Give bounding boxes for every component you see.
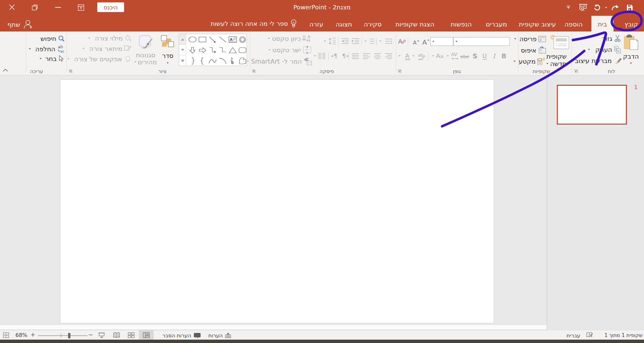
align-left-icon[interactable]: [363, 53, 370, 60]
reset-button[interactable]: איפוס: [521, 47, 546, 54]
smartart-icon[interactable]: [303, 58, 312, 66]
slide-sorter-view-icon[interactable]: [128, 332, 135, 338]
italic-button[interactable]: I: [492, 52, 497, 61]
tab-help[interactable]: עזרה: [310, 15, 323, 31]
tab-transitions[interactable]: מעברים: [484, 15, 509, 31]
text-direction-icon[interactable]: A: [302, 35, 312, 43]
clipboard-dialog-launcher[interactable]: [574, 70, 578, 74]
char-spacing-button[interactable]: AV: [451, 52, 460, 60]
gallery-more[interactable]: [179, 55, 186, 66]
slideshow-view-icon[interactable]: [98, 333, 105, 338]
horizontal-scrollbar[interactable]: [0, 325, 547, 330]
minimize-icon[interactable]: [55, 7, 61, 8]
quick-styles-button[interactable]: סגנונות מהירים: [133, 34, 158, 64]
text-direction-button[interactable]: כיוון טקסט: [268, 36, 301, 42]
undo-dropdown[interactable]: [605, 7, 607, 8]
shape-effects-button[interactable]: אפקטים של צורה: [67, 55, 131, 63]
char-spacing-dropdown[interactable]: [447, 55, 449, 57]
justify-icon[interactable]: [352, 53, 359, 60]
notes-icon[interactable]: [224, 332, 232, 339]
select-button[interactable]: בחר: [40, 55, 64, 62]
start-from-beginning-icon[interactable]: [579, 4, 587, 11]
shape-right-brace[interactable]: [188, 57, 197, 65]
underline-button[interactable]: U: [482, 52, 488, 61]
line-spacing-icon[interactable]: [328, 37, 336, 45]
shape-right-arrow[interactable]: [198, 47, 207, 54]
zoom-level[interactable]: 68%: [15, 332, 28, 338]
shape-line[interactable]: [218, 36, 227, 43]
save-icon[interactable]: [627, 4, 633, 11]
shape-down-arrow[interactable]: [188, 47, 197, 54]
format-painter-button[interactable]: מברשת עיצוב: [575, 57, 622, 64]
rtl-direction-icon[interactable]: ¶: [342, 53, 348, 60]
shape-curve[interactable]: [208, 57, 217, 65]
strikethrough-button[interactable]: abe: [460, 53, 470, 60]
section-button[interactable]: מקטע: [514, 58, 545, 65]
fit-slide-icon[interactable]: [3, 332, 9, 338]
text-shadow-button[interactable]: SS: [472, 52, 478, 61]
decrease-indent-icon[interactable]: [341, 38, 349, 45]
gallery-scroll-down[interactable]: [179, 45, 186, 55]
tab-review[interactable]: סקירה: [363, 15, 382, 31]
share-label[interactable]: שתף: [7, 21, 20, 28]
shape-arc[interactable]: [218, 57, 227, 65]
change-case-dropdown[interactable]: [432, 55, 434, 57]
reading-view-icon[interactable]: [113, 332, 120, 338]
clear-formatting-button[interactable]: A: [398, 38, 406, 45]
spellcheck-icon[interactable]: [586, 332, 593, 339]
shape-ellipse[interactable]: [188, 36, 197, 43]
line-spacing-dropdown[interactable]: [324, 41, 326, 42]
text-highlight-button[interactable]: ab: [418, 52, 426, 60]
tab-insert[interactable]: הוספה: [565, 15, 583, 31]
tab-file[interactable]: קובץ: [620, 15, 643, 31]
shape-scribble[interactable]: [228, 57, 237, 65]
slide-thumbnail-1[interactable]: [557, 85, 627, 125]
bold-button[interactable]: B: [501, 52, 507, 61]
close-icon[interactable]: [9, 4, 15, 10]
paragraph-dialog-launcher[interactable]: [252, 70, 256, 74]
zoom-slider-track[interactable]: [38, 335, 88, 336]
tab-slideshow[interactable]: הצגת שקופיות: [396, 15, 434, 31]
numbering-icon[interactable]: 123: [369, 38, 377, 45]
language-label[interactable]: עברית: [567, 333, 580, 339]
replace-button[interactable]: ab ac החלפה: [29, 45, 65, 53]
align-text-button[interactable]: ישר טקסט: [268, 47, 301, 53]
layout-button[interactable]: פריסה: [514, 35, 546, 43]
font-dialog-launcher[interactable]: [397, 70, 401, 74]
zoom-in-button[interactable]: +: [31, 331, 35, 338]
ribbon-display-options-icon[interactable]: [78, 4, 84, 11]
shape-triangle[interactable]: [228, 47, 237, 54]
align-text-icon[interactable]: [303, 46, 312, 54]
columns-icon[interactable]: [318, 53, 326, 60]
redo-icon[interactable]: [612, 4, 619, 11]
tab-home[interactable]: בית: [591, 16, 613, 31]
tell-me-box[interactable]: ספר לי מה אתה רוצה לעשות: [211, 20, 288, 27]
increase-font-size-button[interactable]: A: [422, 38, 430, 46]
shape-left-brace[interactable]: [198, 57, 207, 65]
tab-animations[interactable]: הנפשות: [449, 15, 474, 31]
tab-design[interactable]: עיצוב שקופית: [519, 15, 556, 31]
gallery-scroll-up[interactable]: [179, 34, 186, 45]
paste-button[interactable]: הדבק: [619, 34, 643, 67]
decrease-font-size-button[interactable]: A: [412, 39, 419, 46]
shape-elbow[interactable]: [218, 47, 227, 54]
align-center-icon[interactable]: [374, 53, 381, 60]
shape-textbox[interactable]: A: [228, 36, 237, 43]
notes-button-label[interactable]: הערות: [208, 333, 223, 339]
restore-window-icon[interactable]: [32, 5, 38, 10]
smartart-button[interactable]: המר ל- SmartArt: [247, 58, 302, 64]
drawing-dialog-launcher[interactable]: [68, 70, 72, 74]
ltr-direction-icon[interactable]: ¶: [331, 53, 338, 60]
comments-bubble-icon[interactable]: [194, 333, 201, 339]
font-size-combo[interactable]: [430, 37, 453, 46]
cut-button[interactable]: גזור: [602, 35, 621, 42]
shape-elbow-arrow[interactable]: [208, 47, 217, 54]
numbering-dropdown[interactable]: [365, 41, 367, 42]
shape-donut[interactable]: [238, 36, 247, 43]
bullets-dropdown[interactable]: [379, 41, 381, 42]
qat-customize-icon[interactable]: [567, 6, 570, 9]
zoom-out-button[interactable]: −: [88, 331, 93, 338]
shape-arrow-line[interactable]: [208, 36, 217, 43]
bullets-icon[interactable]: [385, 38, 392, 45]
normal-view-icon[interactable]: [143, 332, 150, 338]
